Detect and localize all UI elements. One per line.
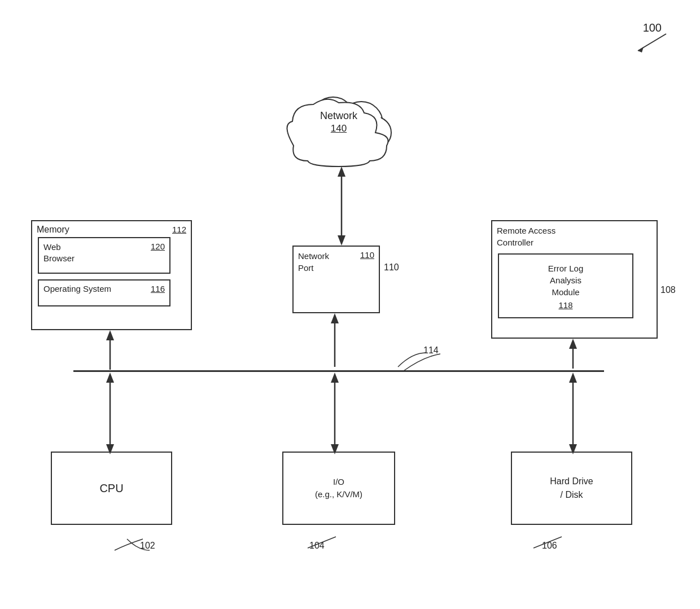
cpu-box: CPU [51,452,172,525]
memory-label: Memory [37,225,69,235]
network-to-port-arrow [333,167,350,246]
hdd-to-bus-dbl-arrow [565,373,581,454]
network-port-side-ref: 110 [384,262,399,273]
ela-module-content: Error LogAnalysisModule 118 [544,258,588,314]
network-label: Network 140 [277,110,401,134]
diagram: 100 Network 140 [0,0,700,609]
svg-marker-14 [338,235,345,246]
web-browser-box: WebBrowser 120 [38,237,170,274]
ela-module-label: Error LogAnalysisModule [548,262,584,298]
web-browser-ref: 120 [151,242,165,251]
hdd-box: Hard Drive/ Disk [511,452,632,525]
network-cloud: Network 140 [277,79,401,172]
io-box: I/O(e.g., K/V/M) [282,452,395,525]
svg-marker-26 [331,444,339,454]
bus-ref-curve [401,351,446,374]
memory-box: Memory 112 WebBrowser 120 Operating Syst… [31,220,192,330]
os-box: Operating System 116 [38,279,170,306]
svg-marker-29 [569,444,577,454]
io-label: I/O(e.g., K/V/M) [315,476,362,501]
port-to-bus-arrow [326,313,343,370]
hdd-label: Hard Drive/ Disk [550,475,593,502]
bus-line [73,370,604,372]
ela-module-box: Error LogAnalysisModule 118 [498,253,633,318]
rac-ref: 108 [660,285,676,295]
rac-to-bus-arrow [565,339,581,371]
ela-module-ref: 118 [548,300,584,310]
network-port-label: NetworkPort [298,250,329,274]
memory-ref: 112 [172,225,186,234]
cpu-ref-line [112,536,146,553]
network-port-box: NetworkPort 110 [292,246,380,313]
os-label: Operating System [43,284,111,293]
hdd-ref-line [531,534,565,551]
memory-to-bus-arrow [102,330,119,373]
cpu-label: CPU [99,482,123,495]
svg-marker-23 [106,444,114,454]
rac-box: Remote AccessController Error LogAnalysi… [491,220,658,339]
rac-label: Remote AccessController [497,225,555,248]
network-port-ref: 110 [360,250,374,260]
corner-arrow-icon [635,31,669,54]
io-to-bus-dbl-arrow [326,373,343,454]
cpu-to-bus-dbl-arrow [102,373,119,454]
os-ref: 116 [151,284,165,293]
io-ref-line [305,534,339,551]
web-browser-label: WebBrowser [43,242,75,264]
